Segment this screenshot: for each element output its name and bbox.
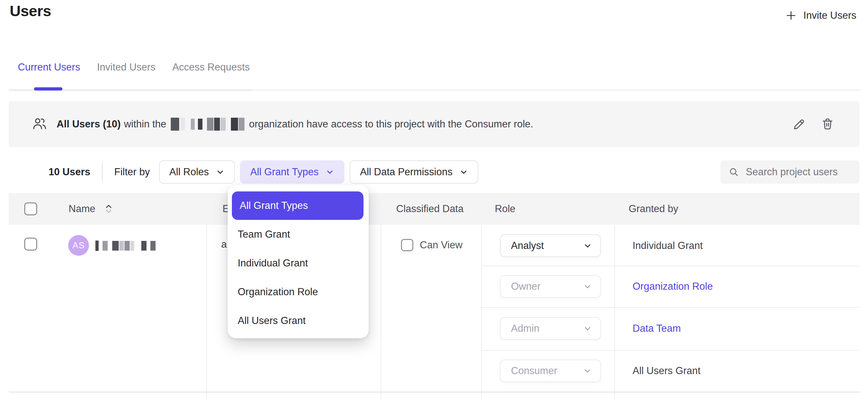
banner-bold-text: All Users (10) — [57, 118, 121, 130]
role-select-value: Owner — [511, 281, 540, 292]
invite-users-button[interactable]: Invite Users — [785, 10, 856, 21]
tabs-divider-light — [252, 90, 860, 91]
search-input[interactable] — [745, 166, 853, 178]
banner-actions — [792, 117, 835, 132]
tab-bar: Current Users Invited Users Access Reque… — [18, 61, 250, 73]
dropdown-item-team-grant[interactable]: Team Grant — [228, 220, 369, 249]
column-header-granted-by: Granted by — [629, 193, 678, 225]
column-header-role: Role — [495, 193, 516, 225]
dropdown-item-all-grant-types[interactable]: All Grant Types — [232, 191, 364, 220]
column-divider — [206, 225, 207, 399]
role-select-value: Admin — [511, 323, 539, 334]
filter-all-grant-types[interactable]: All Grant Types — [240, 160, 344, 184]
filter-pills: All Roles All Grant Types All Data Permi… — [159, 160, 478, 184]
filter-all-grant-types-label: All Grant Types — [250, 166, 318, 178]
filter-divider — [102, 162, 102, 182]
row-divider — [9, 392, 860, 393]
users-page: Users Invite Users Current Users Invited… — [0, 0, 868, 399]
avatar: AS — [68, 235, 89, 256]
delete-icon[interactable] — [820, 117, 835, 132]
chevron-down-icon — [216, 168, 224, 176]
column-divider — [381, 225, 381, 399]
chevron-down-icon — [460, 168, 468, 176]
chevron-down-icon — [583, 324, 592, 333]
tab-current-users[interactable]: Current Users — [18, 61, 80, 73]
row-checkbox[interactable] — [24, 238, 37, 251]
banner-suffix-text: organization have access to this project… — [249, 118, 533, 130]
column-header-classified-data: Classified Data — [396, 193, 463, 225]
search-project-users[interactable] — [720, 160, 860, 184]
role-select-value: Consumer — [511, 365, 557, 377]
banner-middle-text: within the — [124, 118, 166, 130]
banner-text: All Users (10) within the organization h… — [57, 118, 533, 131]
column-header-name: Name — [68, 193, 95, 225]
granted-by-individual-grant: Individual Grant — [632, 240, 703, 251]
column-divider — [615, 225, 615, 399]
page-title: Users — [10, 2, 51, 20]
granted-by-data-team-link[interactable]: Data Team — [632, 323, 681, 334]
can-view-label: Can View — [420, 239, 462, 251]
role-select-owner: Owner — [500, 275, 601, 298]
grant-row-divider — [481, 350, 860, 351]
tab-invited-users[interactable]: Invited Users — [97, 61, 156, 73]
select-all-checkbox[interactable] — [24, 203, 37, 215]
active-tab-indicator — [34, 87, 62, 91]
sort-icon[interactable] — [105, 203, 113, 215]
user-count: 10 Users — [49, 166, 90, 178]
role-select-admin: Admin — [500, 317, 601, 340]
filter-all-roles[interactable]: All Roles — [159, 160, 235, 184]
dropdown-item-organization-role[interactable]: Organization Role — [228, 277, 369, 306]
plus-icon — [785, 10, 797, 21]
search-icon — [728, 166, 739, 178]
dropdown-item-individual-grant[interactable]: Individual Grant — [228, 249, 369, 277]
invite-users-label: Invite Users — [803, 10, 856, 21]
granted-by-organization-role-link[interactable]: Organization Role — [632, 281, 713, 292]
role-select-analyst[interactable]: Analyst — [500, 235, 601, 257]
all-users-banner: All Users (10) within the organization h… — [9, 101, 860, 147]
chevron-down-icon — [583, 282, 592, 291]
table-header: Name Email Classified Data Role Granted … — [9, 193, 860, 225]
filter-by-label: Filter by — [114, 166, 150, 178]
column-divider — [481, 225, 482, 399]
edit-icon[interactable] — [792, 117, 807, 132]
filter-bar: 10 Users Filter by All Roles All Grant T… — [9, 160, 860, 184]
filter-all-data-permissions[interactable]: All Data Permissions — [350, 160, 478, 184]
tab-access-requests[interactable]: Access Requests — [173, 61, 250, 73]
chevron-down-icon — [326, 168, 334, 176]
grant-types-dropdown: All Grant Types Team Grant Individual Gr… — [228, 185, 369, 338]
chevron-down-icon — [583, 242, 592, 250]
users-group-icon — [32, 116, 48, 132]
filter-all-data-permissions-label: All Data Permissions — [360, 166, 453, 178]
granted-by-all-users-grant: All Users Grant — [632, 365, 701, 377]
filter-all-roles-label: All Roles — [169, 166, 209, 178]
avatar-initials: AS — [72, 241, 85, 251]
grant-row-divider — [481, 266, 860, 267]
user-email: a — [221, 239, 227, 250]
role-select-consumer: Consumer — [500, 360, 601, 382]
role-select-value: Analyst — [511, 240, 544, 251]
dropdown-item-all-users-grant[interactable]: All Users Grant — [228, 306, 369, 335]
can-view-checkbox[interactable] — [401, 239, 413, 251]
grant-row-divider — [481, 307, 860, 308]
chevron-down-icon — [583, 367, 592, 375]
redacted-user-name — [95, 241, 156, 251]
redacted-org-name — [171, 118, 245, 131]
table-body: AS a Can View Analyst Owner Admin Consum… — [9, 225, 860, 399]
